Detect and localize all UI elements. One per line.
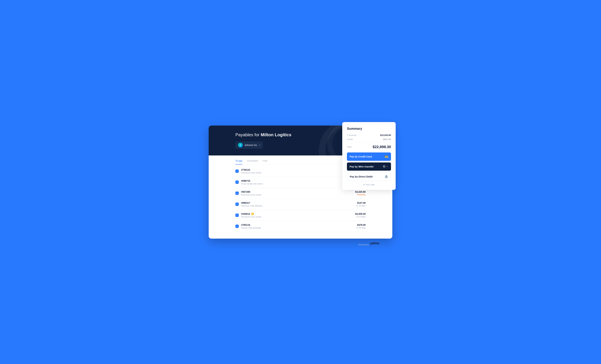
table-row: ✓ #765115 Starter mile package $478.00 i… <box>235 221 366 232</box>
pay-direct-debit-button[interactable]: Pay by Direct Debit 🏦 <box>347 172 391 181</box>
check-icon: ✓ <box>236 181 238 183</box>
summary-credit-label: Credit <box>347 138 353 141</box>
summary-panel: Summary 7 invoices $23,835.80 Credit - $… <box>342 122 396 190</box>
invoice-number-5: #345612 ! <box>241 212 353 215</box>
check-icon: ✓ <box>236 170 238 172</box>
account-name: Johnson Inc. <box>244 144 258 146</box>
check-icon: ✓ <box>236 214 238 216</box>
invoice-desc-5: Premium truck rental <box>241 216 353 218</box>
invoice-checkbox-3[interactable]: ✓ <box>235 192 239 195</box>
invoice-info-3: #567289 Premium truck rental <box>241 191 353 196</box>
invoice-checkbox-2[interactable]: ✓ <box>235 181 239 184</box>
direct-debit-icon: 🏦 <box>384 175 388 179</box>
summary-divider <box>347 142 391 143</box>
tab-paid[interactable]: Paid <box>263 160 267 164</box>
powered-by-section: Powered by upflow. <box>342 241 396 246</box>
pay-credit-card-button[interactable]: Pay by Credit Card 💳 <box>347 152 391 161</box>
invoice-number-3: #567289 <box>241 191 353 193</box>
invoice-desc-2: Truck rental with driver <box>241 182 353 185</box>
table-row: ✓ #896317 Premium mile delivery $147.00 … <box>235 199 366 210</box>
invoice-amount-5: $2,000.00 in 19 days <box>355 212 366 218</box>
account-selector[interactable]: J Johnson Inc. ▾ <box>235 142 263 149</box>
summary-total-label: Total <box>347 146 351 148</box>
summary-invoices-amount: $23,835.80 <box>380 134 391 136</box>
invoice-checkbox-4[interactable]: ✓ <box>235 202 239 206</box>
pay-direct-debit-label: Pay by Direct Debit <box>350 175 373 178</box>
summary-total-amount: $22,898.30 <box>373 145 391 149</box>
summary-title: Summary <box>347 127 391 131</box>
check-icon: ✓ <box>236 192 238 194</box>
credit-card-icon: 💳 <box>385 155 388 158</box>
pay-wire-transfer-label: Pay by Wire transfer <box>350 165 374 168</box>
invoice-number-2: #098715 <box>241 180 353 182</box>
invoice-info-5: #345612 ! Premium truck rental <box>241 212 353 218</box>
invoice-amount-3: $4,320.80 Yesterday <box>355 191 366 196</box>
account-avatar: J <box>238 143 243 147</box>
invoice-checkbox-1[interactable]: ✓ <box>235 170 239 173</box>
invoice-due-4: in 19 days <box>356 204 366 207</box>
invoice-desc-1: Premium truck rental <box>241 172 353 174</box>
summary-invoices-label: 7 invoices <box>347 134 357 136</box>
wire-transfer-icon: G→ <box>383 165 388 168</box>
chevron-down-icon: ▾ <box>259 144 260 146</box>
invoice-info-6: #765115 Starter mile package <box>241 223 354 229</box>
tab-to-pay[interactable]: To pay <box>235 160 242 164</box>
check-icon: ✓ <box>236 225 238 227</box>
summary-credit-amount: - $937.50 <box>382 138 391 141</box>
invoice-info-4: #896317 Premium mile delivery <box>241 202 354 207</box>
invoice-desc-6: Starter mile package <box>241 227 354 229</box>
invoice-due-6: in 28 days <box>356 227 366 229</box>
invoice-info-2: #098715 Truck rental with driver <box>241 180 353 185</box>
summary-credit-row: Credit - $937.50 <box>347 138 391 141</box>
invoice-info-1: #739123 Premium truck rental <box>241 169 353 174</box>
pay-wire-transfer-button[interactable]: Pay by Wire transfer G→ <box>347 162 391 171</box>
pay-credit-card-label: Pay by Credit Card <box>350 155 372 158</box>
tab-scheduled[interactable]: Scheduled <box>247 160 258 164</box>
invoice-due-3: Yesterday <box>355 193 366 196</box>
summary-total-row: Total $22,898.30 <box>347 145 391 149</box>
upflow-brand: upflow. <box>370 242 380 245</box>
table-row: ✓ #345612 ! Premium truck rental $2,000.… <box>235 210 366 221</box>
invoice-desc-4: Premium mile delivery <box>241 204 354 207</box>
invoice-number-4: #896317 <box>241 202 354 204</box>
summary-invoices-row: 7 invoices $23,835.80 <box>347 134 391 136</box>
invoice-desc-3: Premium truck rental <box>241 193 353 196</box>
pay-later-text[interactable]: or Pay Later <box>347 183 391 186</box>
powered-by-label: Powered by <box>358 244 369 246</box>
invoice-amount-4: $147.00 in 19 days <box>356 202 366 207</box>
invoice-amount-6: $478.00 in 28 days <box>356 223 366 229</box>
invoice-due-5: in 19 days <box>355 216 366 218</box>
warning-badge: ! <box>251 212 254 215</box>
invoice-number-6: #765115 <box>241 223 354 226</box>
check-icon: ✓ <box>236 203 238 205</box>
invoice-checkbox-6[interactable]: ✓ <box>235 225 239 228</box>
invoice-checkbox-5[interactable]: ✓ <box>235 213 239 217</box>
invoice-number-1: #739123 <box>241 169 353 171</box>
